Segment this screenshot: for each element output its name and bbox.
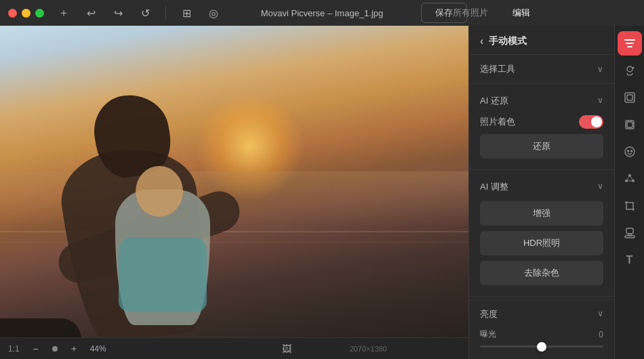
ai-adjust-title: AI 调整 (480, 181, 508, 193)
enhance-button[interactable]: 增强 (480, 201, 603, 226)
bottom-center: 🖼 (113, 341, 460, 356)
title-bar: ＋ ↩ ↪ ↺ ⊞ ◎ Movavi Picverse – Image_1.jp… (0, 0, 644, 26)
ai-adjust-body: 增强 HDR照明 去除杂色 (469, 198, 614, 293)
tab-edit[interactable]: 编辑 (500, 3, 542, 23)
select-tool-title: 选择工具 (480, 63, 515, 75)
ai-restore-chevron: ∧ (597, 96, 603, 106)
svg-rect-6 (627, 95, 632, 100)
denoise-button[interactable]: 去除杂色 (480, 261, 603, 285)
svg-rect-0 (624, 39, 635, 41)
hdr-button[interactable]: HDR照明 (480, 231, 603, 255)
zoom-out-icon[interactable]: − (26, 339, 45, 358)
ai-adjust-header[interactable]: AI 调整 ∧ (469, 173, 614, 198)
refresh-icon[interactable]: ↺ (136, 3, 155, 22)
svg-rect-20 (628, 234, 631, 236)
exposure-value: 0 (599, 330, 603, 339)
back-arrow-icon[interactable]: ‹ (480, 35, 483, 47)
svg-rect-2 (627, 46, 632, 47)
tab-bar: 所有照片 编辑 (441, 3, 542, 23)
main-layout: 1:1 − ＋ 44% 🖼 2070×1380 ‹ 手动模式 选择工具 ∨ (0, 26, 644, 359)
effects-icon-btn[interactable] (618, 167, 642, 191)
retouch-icon-btn[interactable] (618, 58, 642, 83)
stamp-icon-btn[interactable] (618, 221, 642, 245)
svg-line-16 (630, 175, 633, 181)
bottom-bar: 1:1 − ＋ 44% 🖼 2070×1380 (0, 337, 468, 359)
svg-rect-8 (627, 122, 632, 127)
window-controls (8, 9, 44, 18)
color-toggle[interactable] (579, 115, 603, 129)
exposure-row: 曝光 0 (469, 326, 614, 343)
svg-rect-1 (626, 43, 634, 44)
ai-adjust-chevron: ∧ (597, 182, 603, 192)
ai-restore-body: 还原 (469, 131, 614, 167)
svg-point-11 (630, 150, 632, 152)
svg-point-9 (625, 147, 635, 156)
zoom-percent: 44% (90, 344, 106, 354)
svg-line-15 (626, 175, 630, 181)
zoom-in-icon[interactable]: ＋ (64, 339, 83, 358)
emoji-icon-btn[interactable] (618, 140, 642, 164)
photo-canvas (0, 26, 468, 359)
split-view-icon[interactable]: ⊞ (177, 3, 196, 22)
preview-icon[interactable]: ◎ (204, 3, 223, 22)
svg-point-3 (627, 66, 632, 72)
crop-icon-btn[interactable] (618, 194, 642, 218)
select-tool-chevron: ∨ (597, 64, 603, 74)
maximize-button[interactable] (35, 9, 44, 18)
svg-point-4 (632, 67, 634, 69)
svg-rect-18 (626, 228, 633, 234)
section-brightness: 亮度 ∧ 曝光 0 (469, 299, 614, 353)
canvas-area: 1:1 − ＋ 44% 🖼 2070×1380 (0, 26, 468, 359)
text-icon-btn[interactable]: T (618, 248, 642, 272)
ai-restore-header[interactable]: AI 还原 ∧ (469, 87, 614, 112)
exposure-slider-thumb[interactable] (537, 342, 546, 352)
close-button[interactable] (8, 9, 17, 18)
add-icon[interactable]: ＋ (54, 3, 73, 22)
toolbar-left: ＋ ↩ ↪ ↺ ⊞ ◎ (54, 3, 223, 22)
layers-icon-btn[interactable] (618, 112, 642, 137)
image-icon[interactable]: 🖼 (279, 341, 294, 356)
filter-icon-btn[interactable] (618, 31, 642, 56)
svg-rect-5 (625, 93, 635, 102)
image-size: 2070×1380 (350, 345, 387, 353)
export-icon-btn[interactable] (618, 85, 642, 110)
restore-button[interactable]: 还原 (480, 134, 603, 159)
brightness-chevron: ∧ (597, 310, 603, 319)
zoom-ratio: 1:1 (8, 344, 20, 354)
icon-bar: T (614, 26, 644, 359)
tab-all-photos[interactable]: 所有照片 (441, 3, 500, 23)
exposure-label: 曝光 (480, 329, 496, 340)
redo-icon[interactable]: ↪ (108, 3, 127, 22)
exposure-slider-container (469, 343, 614, 353)
svg-point-10 (627, 150, 628, 152)
color-row: 照片着色 (469, 112, 614, 131)
panel-header: ‹ 手动模式 (469, 26, 614, 55)
right-panel: ‹ 手动模式 选择工具 ∨ AI 还原 ∧ 照片着色 还原 (468, 26, 614, 359)
section-ai-adjust: AI 调整 ∧ 增强 HDR照明 去除杂色 (469, 173, 614, 293)
panel-title: 手动模式 (489, 35, 527, 47)
select-tool-header[interactable]: 选择工具 ∨ (469, 55, 614, 81)
exposure-slider-track[interactable] (480, 345, 603, 347)
brightness-title: 亮度 (480, 308, 498, 320)
minimize-button[interactable] (22, 9, 31, 18)
section-ai-restore: AI 还原 ∧ 照片着色 还原 (469, 87, 614, 167)
section-select-tool: 选择工具 ∨ (469, 55, 614, 81)
brightness-header[interactable]: 亮度 ∧ (469, 300, 614, 326)
zoom-ratio-area: 1:1 (8, 344, 20, 354)
zoom-dot (52, 346, 58, 352)
undo-icon[interactable]: ↩ (81, 3, 100, 22)
ai-restore-title: AI 还原 (480, 95, 508, 107)
color-label: 照片着色 (480, 116, 515, 128)
window-title: Movavi Picverse – Image_1.jpg (261, 8, 384, 18)
